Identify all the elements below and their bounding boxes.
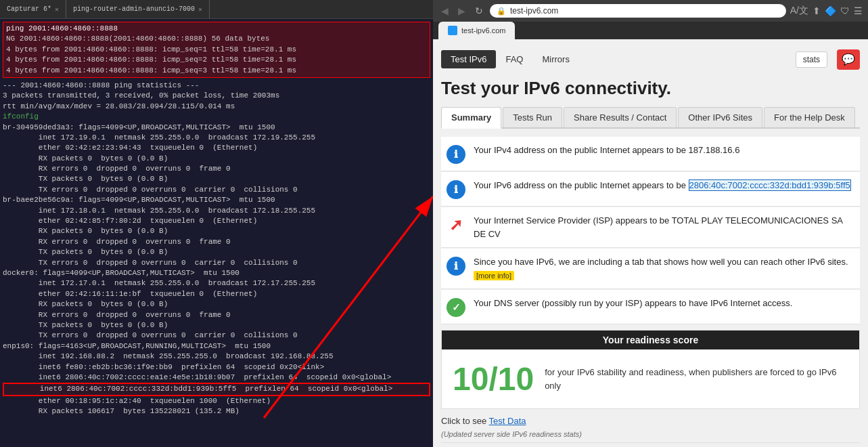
- br2-inet: inet 172.18.0.1 netmask 255.255.0.0 broa…: [3, 206, 430, 216]
- site-nav-item-test-ipv6[interactable]: Test IPv6: [441, 50, 496, 68]
- docker-tx-err: TX errors 0 dropped 0 overruns 0 carrier…: [3, 331, 430, 341]
- docker-rx: RX packets 0 bytes 0 (0.0 B): [3, 299, 430, 310]
- tab-help-label: For the Help Desk: [774, 112, 845, 123]
- stats-transmitted: 3 packets transmitted, 3 received, 0% pa…: [3, 91, 430, 101]
- enp-inet6-global2-highlighted: inet6 2806:40c:7002:cccc:332d:bdd1:939b:…: [3, 383, 430, 396]
- br-tx-err: TX errors 0 dropped 0 overruns 0 carrier…: [3, 185, 430, 195]
- enp-ether: ether 00:18:95:1c:a2:40 txqueuelen 1000 …: [3, 396, 430, 406]
- updated-text: (Updated server side IPv6 readiness stat…: [441, 429, 860, 442]
- tab-summary[interactable]: Summary: [441, 107, 501, 129]
- browser-panel: ◀ ▶ ↻ 🔒 test-ipv6.com A/文 ⬆ 🔷 🛡 ☰ test-i…: [433, 0, 868, 447]
- tab-tests-run-label: Tests Run: [513, 112, 552, 123]
- chat-icon[interactable]: 💬: [837, 49, 860, 70]
- terminal-tab-ping[interactable]: ping-router-admin-anuncio-7000 ✕: [66, 0, 210, 18]
- enp-inet6-link: inet6 fe80::eb2b:bc36:1f9e:bb9 prefixlen…: [3, 362, 430, 372]
- test-data-prefix: Click to see: [441, 416, 489, 426]
- site-nav: Test IPv6 FAQ Mirrors: [441, 46, 579, 72]
- tab-share-results[interactable]: Share Results / Contact: [564, 107, 677, 127]
- readiness-description: for your IPv6 stability and readiness, w…: [545, 366, 848, 392]
- readiness-header: Your readiness score: [442, 331, 859, 349]
- info-icon-dns: ✓: [447, 298, 465, 317]
- info-text-more: Since you have IPv6, we are including a …: [474, 255, 854, 282]
- browser-tab-bar: test-ipv6.com: [433, 22, 868, 39]
- ping-cmd-line: ping 2001:4860:4860::8888: [6, 24, 427, 34]
- forward-button[interactable]: ▶: [455, 4, 468, 18]
- terminal-tab-bar: Capturar 6* ✕ ping-router-admin-anuncio-…: [0, 0, 433, 19]
- extension-icon[interactable]: 🔷: [825, 5, 836, 16]
- br-tx: TX packets 0 bytes 0 (0.0 B): [3, 174, 430, 184]
- ipv6-prefix-text: Your IPv6 address on the public Internet…: [474, 180, 689, 190]
- info-text-dns: Your DNS server (possibly run by your IS…: [474, 297, 792, 310]
- br2-rx-err: RX errors 0 dropped 0 overruns 0 frame 0: [3, 237, 430, 247]
- terminal-tab-capturar[interactable]: Capturar 6* ✕: [0, 0, 66, 18]
- site-nav-item-faq[interactable]: FAQ: [496, 50, 532, 68]
- url-text: test-ipv6.com: [510, 6, 558, 16]
- share-icon[interactable]: ⬆: [813, 5, 821, 16]
- refresh-button[interactable]: ↻: [472, 4, 486, 18]
- br2-flags: br-baee2be56c9a: flags=4099<UP,BROADCAST…: [3, 195, 430, 205]
- docker-inet: inet 172.17.0.1 netmask 255.255.0.0 broa…: [3, 278, 430, 289]
- info-card-ipv6: ℹ Your IPv6 address on the public Intern…: [441, 172, 860, 207]
- info-icon-ipv4: ℹ: [447, 145, 465, 164]
- stats-header: --- 2001:4860:4860::8888 ping statistics…: [3, 81, 430, 91]
- info-card-ipv4: ℹ Your IPv4 address on the public Intern…: [441, 137, 860, 171]
- tab-tests-run[interactable]: Tests Run: [503, 107, 562, 127]
- address-bar[interactable]: 🔒 test-ipv6.com: [490, 4, 786, 18]
- translate-icon[interactable]: A/文: [790, 5, 808, 17]
- info-card-dns: ✓ Your DNS server (possibly run by your …: [441, 290, 860, 324]
- back-button[interactable]: ◀: [438, 4, 451, 18]
- ping-result-2: 4 bytes from 2001:4860:4860::8888: icmp_…: [6, 55, 427, 65]
- info-icon-isp: ➚: [447, 215, 465, 234]
- enp-rx: RX packets 106617 bytes 135228021 (135.2…: [3, 406, 430, 417]
- stats-button[interactable]: stats: [796, 51, 827, 68]
- terminal-content: ping 2001:4860:4860::8888 NG 2001:4860:4…: [0, 19, 433, 447]
- page-tabs: Summary Tests Run Share Results / Contac…: [441, 107, 860, 129]
- info-card-more-info: ℹ Since you have IPv6, we are including …: [441, 249, 860, 289]
- test-data-link[interactable]: Test Data: [489, 416, 526, 426]
- br2-ether: ether 02:42:85:f7:80:2d txqueuelen 0 (Et…: [3, 216, 430, 226]
- browser-tab-test-ipv6[interactable]: test-ipv6.com: [438, 22, 515, 39]
- ipv6-address-highlight: 2806:40c:7002:cccc:332d:bdd1:939b:5ff5: [689, 179, 851, 191]
- menu-icon[interactable]: ☰: [854, 5, 863, 16]
- page-title: Test your IPv6 connectivity.: [441, 78, 860, 99]
- ping-result-1: 4 bytes from 2001:4860:4860::8888: icmp_…: [6, 45, 427, 55]
- close-icon-2[interactable]: ✕: [198, 5, 202, 14]
- chat-icon-symbol: 💬: [842, 53, 855, 66]
- shield-icon[interactable]: 🛡: [840, 5, 850, 16]
- info-text-ipv6: Your IPv6 address on the public Internet…: [474, 179, 851, 192]
- terminal-tab-label2: ping-router-admin-anuncio-7000: [73, 5, 195, 13]
- ping-section: ping 2001:4860:4860::8888 NG 2001:4860:4…: [3, 22, 430, 78]
- browser-nav-bar: ◀ ▶ ↻ 🔒 test-ipv6.com A/文 ⬆ 🔷 🛡 ☰: [433, 0, 868, 22]
- browser-chrome: ◀ ▶ ↻ 🔒 test-ipv6.com A/文 ⬆ 🔷 🛡 ☰ test-i…: [433, 0, 868, 39]
- docker-tx: TX packets 0 bytes 0 (0.0 B): [3, 320, 430, 331]
- tab-other-label: Other IPv6 Sites: [688, 112, 752, 123]
- page-content: Test IPv6 FAQ Mirrors stats 💬 Test your …: [433, 39, 868, 447]
- terminal-tab-label: Capturar 6*: [7, 5, 51, 13]
- favicon-icon: [448, 26, 457, 35]
- br2-tx: TX packets 0 bytes 0 (0.0 B): [3, 247, 430, 257]
- toolbar-icons: A/文 ⬆ 🔷 🛡 ☰: [790, 5, 863, 17]
- info-text-ipv4: Your IPv4 address on the public Internet…: [474, 144, 739, 157]
- hosted-text: This instance ( miami.test-ipv6.com ) is…: [441, 442, 860, 447]
- ping-result-3: 4 bytes from 2001:4860:4860::8888: icmp_…: [6, 66, 427, 76]
- info-text-isp: Your Internet Service Provider (ISP) app…: [474, 214, 854, 240]
- tab-share-label: Share Results / Contact: [574, 112, 666, 123]
- br-rx: RX packets 0 bytes 0 (0.0 B): [3, 154, 430, 164]
- br-flags: br-304959ded3a3: flags=4099<UP,BROADCAST…: [3, 123, 430, 133]
- more-info-link[interactable]: [more info]: [474, 271, 514, 280]
- site-nav-item-mirrors[interactable]: Mirrors: [532, 50, 578, 68]
- tab-label: test-ipv6.com: [461, 26, 505, 35]
- br-rx-err: RX errors 0 dropped 0 overruns 0 frame 0: [3, 164, 430, 174]
- readiness-body: 10/10 for your IPv6 stability and readin…: [442, 349, 859, 408]
- br-inet: inet 172.19.0.1 netmask 255.255.0.0 broa…: [3, 133, 430, 143]
- lock-icon: 🔒: [497, 7, 506, 16]
- br2-tx-err: TX errors 0 dropped 0 overruns 0 carrier…: [3, 258, 430, 268]
- tab-help-desk[interactable]: For the Help Desk: [764, 107, 855, 127]
- close-icon[interactable]: ✕: [55, 5, 59, 14]
- info-icon-ipv6: ℹ: [447, 180, 465, 199]
- more-info-prefix: Since you have IPv6, we are including a …: [474, 257, 848, 267]
- info-card-isp: ➚ Your Internet Service Provider (ISP) a…: [441, 207, 860, 248]
- info-icon-more: ℹ: [447, 257, 465, 276]
- docker-rx-err: RX errors 0 dropped 0 overruns 0 frame 0: [3, 310, 430, 320]
- tab-other-ipv6[interactable]: Other IPv6 Sites: [678, 107, 762, 127]
